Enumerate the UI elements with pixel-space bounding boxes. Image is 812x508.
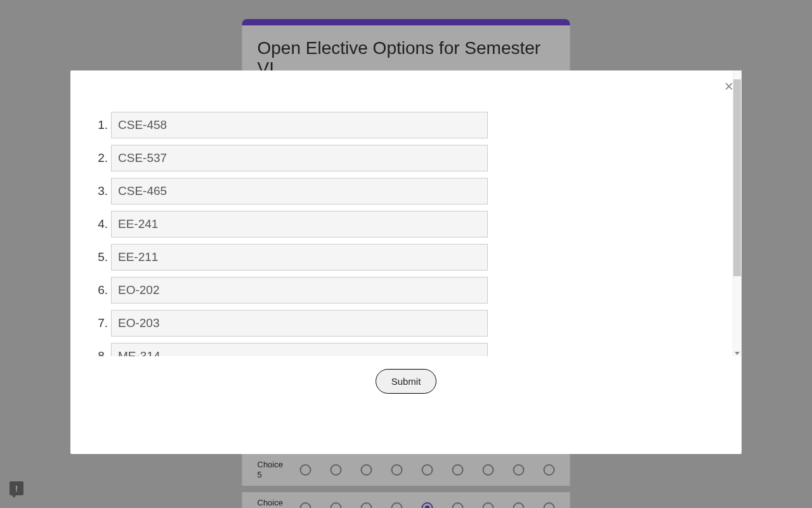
scrollbar-arrow-down-icon[interactable] bbox=[735, 352, 740, 355]
elective-input-1[interactable] bbox=[111, 112, 488, 138]
elective-input-3[interactable] bbox=[111, 178, 488, 204]
elective-input-5[interactable] bbox=[111, 244, 488, 271]
close-icon[interactable]: × bbox=[724, 79, 733, 94]
elective-options-modal: × 1. 2. 3. 4. bbox=[70, 70, 742, 454]
scrollbar[interactable] bbox=[733, 70, 742, 356]
list-number: 5. bbox=[95, 250, 111, 264]
elective-input-6[interactable] bbox=[111, 277, 488, 304]
list-number: 3. bbox=[95, 184, 111, 198]
list-item: 8. bbox=[95, 343, 488, 356]
list-number: 8. bbox=[95, 349, 111, 356]
elective-input-8[interactable] bbox=[111, 343, 488, 356]
list-item: 1. bbox=[95, 112, 488, 138]
list-item: 4. bbox=[95, 211, 488, 237]
list-item: 6. bbox=[95, 277, 488, 304]
modal-overlay: × 1. 2. 3. 4. bbox=[0, 0, 812, 508]
list-item: 2. bbox=[95, 145, 488, 171]
elective-input-4[interactable] bbox=[111, 211, 488, 237]
elective-list: 1. 2. 3. 4. bbox=[95, 112, 488, 356]
list-number: 6. bbox=[95, 283, 111, 297]
list-number: 4. bbox=[95, 217, 111, 231]
list-number: 2. bbox=[95, 151, 111, 165]
submit-button[interactable]: Submit bbox=[376, 369, 437, 394]
list-item: 3. bbox=[95, 178, 488, 204]
list-item: 7. bbox=[95, 310, 488, 337]
list-number: 7. bbox=[95, 316, 111, 330]
scrollbar-thumb[interactable] bbox=[733, 79, 741, 276]
elective-input-7[interactable] bbox=[111, 310, 488, 337]
elective-input-2[interactable] bbox=[111, 145, 488, 171]
modal-content: 1. 2. 3. 4. bbox=[70, 93, 742, 356]
list-number: 1. bbox=[95, 118, 111, 132]
modal-footer: Submit bbox=[70, 356, 742, 409]
list-item: 5. bbox=[95, 244, 488, 271]
